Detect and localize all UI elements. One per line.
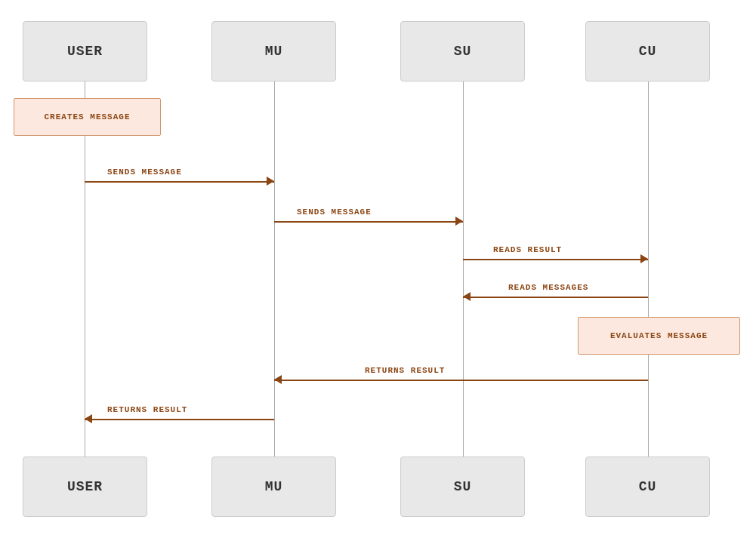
actor-cu-top: CU <box>585 21 710 81</box>
arrow-sends-message-2: SENDS MESSAGE <box>274 214 463 229</box>
lifeline-user <box>85 81 85 457</box>
actor-su-bottom: SU <box>400 457 525 517</box>
lifeline-cu <box>648 81 649 457</box>
actor-su-top: SU <box>400 21 525 81</box>
note-creates-message: CREATES MESSAGE <box>14 98 161 136</box>
actor-mu-bottom: MU <box>211 457 336 517</box>
actor-cu-bottom: CU <box>585 457 710 517</box>
actor-user-bottom: USER <box>23 457 147 517</box>
arrow-returns-result-2: RETURNS RESULT <box>85 411 274 426</box>
lifeline-su <box>463 81 464 457</box>
note-evaluates-message: EVALUATES MESSAGE <box>578 317 740 355</box>
arrow-reads-messages: READS MESSAGES <box>463 289 648 304</box>
arrow-reads-result-1: READS RESULT <box>463 251 648 266</box>
arrow-sends-message-1: SENDS MESSAGE <box>85 174 274 189</box>
sequence-diagram: USER MU SU CU USER MU SU CU CREATES MESS… <box>0 0 756 538</box>
arrow-returns-result-1: RETURNS RESULT <box>274 372 648 387</box>
actor-user-top: USER <box>23 21 147 81</box>
actor-mu-top: MU <box>211 21 336 81</box>
lifeline-mu <box>274 81 275 457</box>
